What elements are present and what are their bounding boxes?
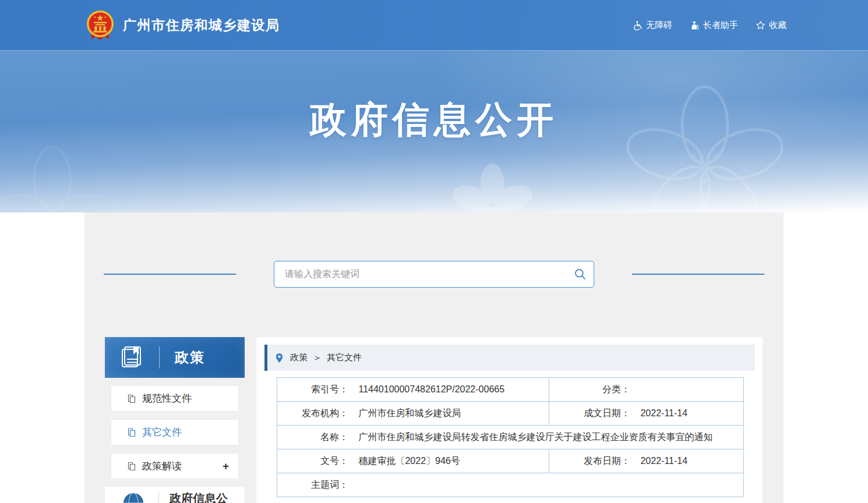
top-utility-links: 无障碍 长者助手 收藏 <box>633 20 786 31</box>
search-section <box>84 261 784 288</box>
written-date-cell: 成文日期： 2022-11-14 <box>549 402 744 426</box>
table-row: 索引号： 11440100007482612P/2022-00665 分类： <box>277 378 744 402</box>
site-title: 广州市住房和城乡建设局 <box>123 16 280 34</box>
sidebar-section-policy-header: 政策 <box>105 337 245 378</box>
search-box <box>274 261 594 288</box>
sidebar: 政策 规范性文件 其它文件 <box>105 337 245 503</box>
keywords-cell: 主题词： <box>277 473 744 497</box>
field-value: 广州市住房和城乡建设局转发省住房城乡建设厅关于建设工程企业资质有关事宜的通知 <box>358 432 712 442</box>
page-title: 政府信息公开 <box>0 51 868 145</box>
breadcrumb-current: 其它文件 <box>327 352 362 363</box>
table-row: 文号： 穗建审批〔2022〕946号 发布日期： 2022-11-14 <box>277 449 744 473</box>
sidebar-item-label: 其它文件 <box>142 426 182 439</box>
field-value: 穗建审批〔2022〕946号 <box>358 456 460 466</box>
field-value: 11440100007482612P/2022-00665 <box>358 384 504 394</box>
right-decorative-line <box>632 274 764 275</box>
content-wrapper: 政策 规范性文件 其它文件 <box>84 212 784 503</box>
accessibility-label: 无障碍 <box>646 20 672 31</box>
flower-decoration-icon <box>0 138 128 212</box>
sidebar-item-other-documents[interactable]: 其它文件 <box>111 419 239 445</box>
search-icon <box>574 268 587 281</box>
search-button[interactable] <box>567 261 594 287</box>
field-label: 文号： <box>277 455 348 467</box>
field-label: 发布日期： <box>549 455 630 467</box>
accessibility-icon <box>633 20 643 30</box>
breadcrumb-separator: > <box>314 353 320 362</box>
breadcrumb: 政策 > 其它文件 <box>264 345 755 371</box>
elder-assist-link[interactable]: 长者助手 <box>690 20 738 31</box>
category-cell: 分类： <box>549 378 744 402</box>
left-decorative-line <box>104 274 236 275</box>
publish-date-cell: 发布日期： 2022-11-14 <box>549 449 744 473</box>
sidebar-menu: 规范性文件 其它文件 政策解读 + <box>105 385 245 479</box>
globe-icon <box>122 492 144 503</box>
sidebar-item-policy-interpretation[interactable]: 政策解读 + <box>111 453 239 479</box>
index-number-cell: 索引号： 11440100007482612P/2022-00665 <box>277 378 549 402</box>
document-icon <box>127 462 136 471</box>
detail-panel: 政策 > 其它文件 索引号： 11440100007482612P/2022-0… <box>256 337 763 503</box>
doc-number-cell: 文号： 穗建审批〔2022〕946号 <box>277 449 549 473</box>
top-header-bar: 广州市住房和城乡建设局 无障碍 长者助手 收藏 <box>0 0 868 51</box>
sidebar-item-label: 规范性文件 <box>142 392 192 405</box>
sidebar-section-gov-info-header[interactable]: 政府信息公开 <box>105 487 245 503</box>
table-row: 发布机构： 广州市住房和城乡建设局 成文日期： 2022-11-14 <box>277 402 744 426</box>
document-name-cell: 名称： 广州市住房和城乡建设局转发省住房城乡建设厅关于建设工程企业资质有关事宜的… <box>277 426 744 449</box>
page-banner: 政府信息公开 <box>0 51 868 212</box>
table-row: 主题词： <box>277 473 744 497</box>
field-value: 2022-11-14 <box>640 456 687 466</box>
field-label: 名称： <box>277 431 348 444</box>
favorite-label: 收藏 <box>769 20 786 31</box>
document-icon <box>127 428 136 437</box>
sidebar-item-normative-documents[interactable]: 规范性文件 <box>111 385 239 412</box>
expand-plus-icon[interactable]: + <box>223 460 229 473</box>
favorite-link[interactable]: 收藏 <box>756 20 786 31</box>
site-brand: 广州市住房和城乡建设局 <box>86 10 280 40</box>
flower-decoration-icon <box>443 155 542 212</box>
field-label: 索引号： <box>277 384 348 396</box>
sidebar-section-policy-title: 政策 <box>175 348 205 367</box>
search-input[interactable] <box>274 261 567 287</box>
sidebar-section-gov-info-title: 政府信息公开 <box>170 491 228 503</box>
elder-assist-label: 长者助手 <box>703 20 738 31</box>
field-value: 2022-11-14 <box>640 408 687 418</box>
field-label: 分类： <box>549 384 630 396</box>
document-detail-table: 索引号： 11440100007482612P/2022-00665 分类： 发… <box>277 377 744 497</box>
field-label: 成文日期： <box>549 408 630 420</box>
elder-assist-icon <box>690 20 700 30</box>
location-pin-icon <box>275 353 284 363</box>
document-icon <box>127 394 136 403</box>
breadcrumb-policy-link[interactable]: 政策 <box>290 352 308 363</box>
publisher-cell: 发布机构： 广州市住房和城乡建设局 <box>277 402 549 426</box>
main-content-row: 政策 规范性文件 其它文件 <box>84 337 784 503</box>
header-divider <box>159 346 160 369</box>
table-row: 名称： 广州市住房和城乡建设局转发省住房城乡建设厅关于建设工程企业资质有关事宜的… <box>277 426 744 449</box>
accessibility-link[interactable]: 无障碍 <box>633 20 672 31</box>
national-emblem-icon <box>86 10 114 40</box>
field-label: 发布机构： <box>277 408 348 420</box>
sidebar-item-label: 政策解读 <box>142 459 182 473</box>
field-label: 主题词： <box>277 479 348 491</box>
book-icon <box>119 345 144 370</box>
star-icon <box>756 20 765 30</box>
header-divider <box>158 492 159 503</box>
field-value: 广州市住房和城乡建设局 <box>358 408 461 418</box>
